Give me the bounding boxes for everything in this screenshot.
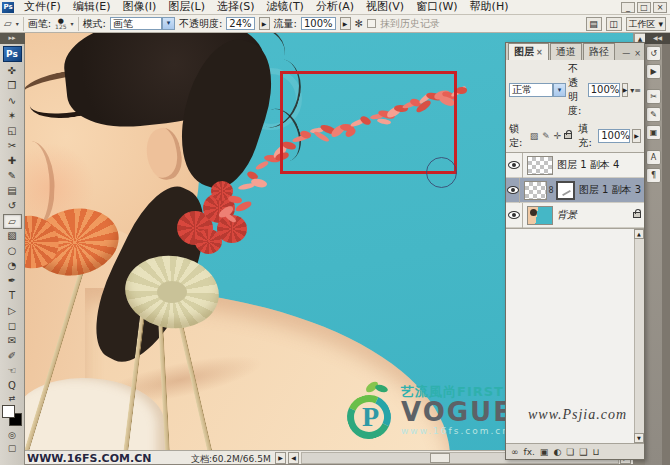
tool-dodge[interactable]: ◔ <box>3 259 22 274</box>
close-button[interactable]: × <box>653 2 667 13</box>
lock-position-icon[interactable]: ✛ <box>553 131 563 141</box>
panel-menu-icon[interactable]: ▾≡ <box>630 86 641 95</box>
tool-rectangular-marquee[interactable]: ❒ <box>3 79 22 94</box>
airbrush-toggle-icon[interactable]: ✻ <box>355 18 363 29</box>
tool-gradient[interactable]: ▧ <box>3 229 22 244</box>
flow-slider-button[interactable]: ▶ <box>340 17 351 30</box>
visibility-cell[interactable] <box>506 153 523 178</box>
screen-mode-icon[interactable]: ▢ <box>8 442 17 455</box>
lock-all-icon[interactable] <box>564 133 572 139</box>
panel-tool-presets-icon[interactable]: ✂ <box>646 89 661 104</box>
menu-item[interactable]: 视图(V) <box>360 0 410 14</box>
panel-history-icon[interactable]: ↺ <box>646 46 661 61</box>
menu-item[interactable]: 图像(I) <box>116 0 162 14</box>
menu-item[interactable]: 文件(F) <box>18 0 67 14</box>
tool-path-selection[interactable]: ▷ <box>3 304 22 319</box>
dock-collapse-button[interactable]: ◀◀ <box>645 33 670 44</box>
opacity-slider-button[interactable]: ▶ <box>259 17 270 30</box>
eraser-tool-preset-icon[interactable]: ▱ <box>4 18 12 29</box>
link-layers-icon[interactable]: ∞ <box>511 445 519 459</box>
tool-slice[interactable]: ✂ <box>3 139 22 154</box>
panel-clone-source-icon[interactable]: ▣ <box>646 125 661 140</box>
menu-item[interactable]: 图层(L) <box>162 0 211 14</box>
tool-healing-brush[interactable]: ✚ <box>3 154 22 169</box>
menu-item[interactable]: 滤镜(T) <box>261 0 310 14</box>
tool-eraser[interactable]: ▱ <box>3 214 22 229</box>
toolbar-collapse-icon[interactable]: ▸▸ <box>0 33 25 44</box>
blend-mode-combo[interactable]: 正常 ▾ <box>509 83 566 97</box>
tool-history-brush[interactable]: ↺ <box>3 199 22 214</box>
panel-character-icon[interactable]: A <box>646 150 661 165</box>
visibility-cell[interactable] <box>506 178 520 203</box>
scroll-left-icon[interactable]: ◀ <box>288 452 299 464</box>
app-icon[interactable]: Ps <box>2 2 14 13</box>
mask-link-icon[interactable]: 8 <box>549 186 554 195</box>
tool-blur[interactable]: ○ <box>3 244 22 259</box>
tool-clone-stamp[interactable]: ▤ <box>3 184 22 199</box>
combo-arrow-icon[interactable]: ▾ <box>162 17 175 30</box>
visibility-cell[interactable] <box>506 203 523 228</box>
tool-brush[interactable]: ✎ <box>3 169 22 184</box>
erase-to-history-checkbox[interactable] <box>367 19 376 28</box>
layer-row[interactable]: 背景 <box>506 203 644 228</box>
workspace-button[interactable]: 工作区 ▾ <box>626 17 666 31</box>
eye-icon[interactable] <box>508 161 520 169</box>
mode-combo[interactable]: 画笔 ▾ <box>110 17 175 30</box>
new-layer-icon[interactable]: ❑ <box>579 445 587 459</box>
scroll-down-icon[interactable]: ▼ <box>634 433 644 443</box>
status-popup-icon[interactable]: ▶ <box>275 452 286 464</box>
menu-item[interactable]: 选择(S) <box>211 0 261 14</box>
layer-fill-field[interactable]: 100% <box>598 129 630 143</box>
tab-close-icon[interactable]: × <box>536 48 543 57</box>
layer-thumbnail[interactable] <box>527 206 553 225</box>
opacity-field[interactable]: 24% <box>226 17 254 30</box>
opacity-slider-button[interactable]: ▶ <box>622 83 629 97</box>
scroll-up-icon[interactable]: ▲ <box>634 229 644 239</box>
brush-preview-picker[interactable]: ● 125 <box>55 18 66 29</box>
minimize-button[interactable]: _ <box>621 2 635 13</box>
combo-arrow-icon[interactable]: ▾ <box>553 83 566 97</box>
lock-paint-icon[interactable]: ✎ <box>541 131 551 141</box>
tool-zoom[interactable]: Q <box>3 379 22 394</box>
tool-hand[interactable]: ☜ <box>3 364 22 379</box>
panel-actions-icon[interactable]: ▶ <box>646 64 661 79</box>
tool-rectangle-shape[interactable]: ◻ <box>3 319 22 334</box>
layer-style-icon[interactable]: fx. <box>524 445 535 459</box>
new-group-icon[interactable]: ❏ <box>566 445 574 459</box>
tab-通道[interactable]: 通道 <box>550 43 582 60</box>
tool-eyedropper[interactable]: ✐ <box>3 349 22 364</box>
tool-quick-selection[interactable]: ✶ <box>3 109 22 124</box>
panel-minimize-icon[interactable]: — <box>621 50 631 57</box>
menu-item[interactable]: 编辑(E) <box>67 0 117 14</box>
menu-item[interactable]: 分析(A) <box>310 0 360 14</box>
palette-well-icon[interactable]: ▤ <box>586 17 602 31</box>
new-adjustment-layer-icon[interactable]: ◐ <box>553 445 561 459</box>
tool-move[interactable]: ✜ <box>3 64 22 79</box>
layer-row[interactable]: 8图层 1 副本 3 <box>506 178 644 203</box>
add-layer-mask-icon[interactable]: ▣ <box>540 445 549 459</box>
layer-thumbnail[interactable] <box>527 156 553 175</box>
tab-图层[interactable]: 图层× <box>508 43 549 60</box>
eye-icon[interactable] <box>507 186 519 194</box>
tab-路径[interactable]: 路径 <box>583 43 615 60</box>
tool-pen[interactable]: ✒ <box>3 274 22 289</box>
swap-colors-icon[interactable]: ⇄ <box>9 394 16 404</box>
restore-button[interactable]: □ <box>637 2 651 13</box>
panel-paragraph-icon[interactable]: ¶ <box>646 168 661 183</box>
quick-mask-icon[interactable]: ◎ <box>8 429 16 442</box>
panel-scrollbar[interactable]: ▲ ▼ <box>634 229 644 443</box>
menu-item[interactable]: 帮助(H) <box>464 0 515 14</box>
panel-brushes-icon[interactable]: ✎ <box>646 107 661 122</box>
panel-close-icon[interactable]: × <box>633 50 642 57</box>
delete-layer-icon[interactable]: ⊔ <box>592 445 599 459</box>
go-to-bridge-icon[interactable]: ◫ <box>606 17 622 31</box>
tool-crop[interactable]: ◱ <box>3 124 22 139</box>
tool-notes[interactable]: ✉ <box>3 334 22 349</box>
eye-icon[interactable] <box>508 211 520 219</box>
menu-item[interactable]: 窗口(W) <box>410 0 463 14</box>
layer-row[interactable]: 图层 1 副本 4 <box>506 153 644 178</box>
brush-dropdown-arrow-icon[interactable]: ▾ <box>71 20 74 27</box>
tool-type[interactable]: T <box>3 289 22 304</box>
layer-thumbnail[interactable] <box>524 181 546 200</box>
tool-lasso[interactable]: ∿ <box>3 94 22 109</box>
